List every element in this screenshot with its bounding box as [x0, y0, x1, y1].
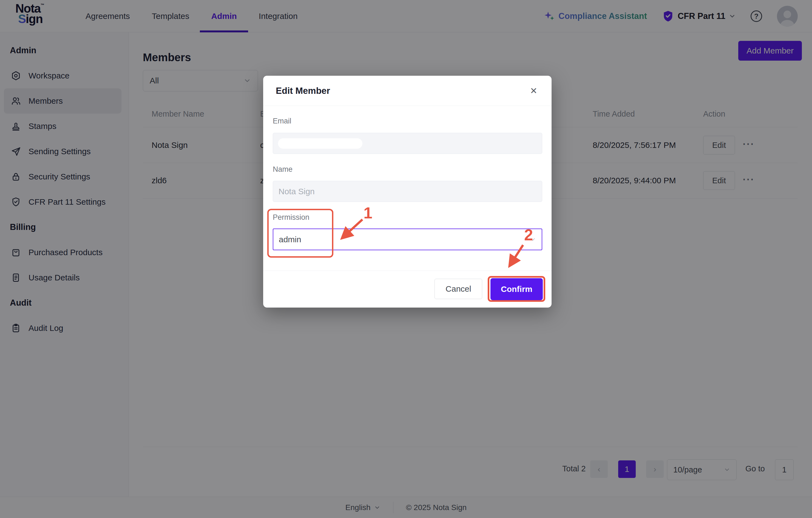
edit-member-modal: Edit Member ✕ Email Name Nota Sign Permi… — [263, 76, 552, 307]
name-label: Name — [273, 165, 292, 174]
confirm-button[interactable]: Confirm — [490, 278, 543, 300]
app-screen: Nota™ Sign Agreements Templates Admin In… — [0, 0, 812, 518]
permission-select[interactable]: admin — [273, 228, 542, 250]
cancel-button[interactable]: Cancel — [435, 279, 482, 299]
name-field: Nota Sign — [273, 181, 542, 202]
modal-header: Edit Member ✕ — [263, 76, 552, 106]
email-label: Email — [273, 117, 291, 126]
email-redaction-pill — [278, 138, 362, 149]
permission-selected-value: admin — [279, 235, 301, 244]
close-icon[interactable]: ✕ — [528, 85, 539, 96]
permission-label: Permission — [273, 213, 310, 222]
modal-title: Edit Member — [276, 86, 330, 96]
chevron-down-icon — [529, 236, 536, 243]
